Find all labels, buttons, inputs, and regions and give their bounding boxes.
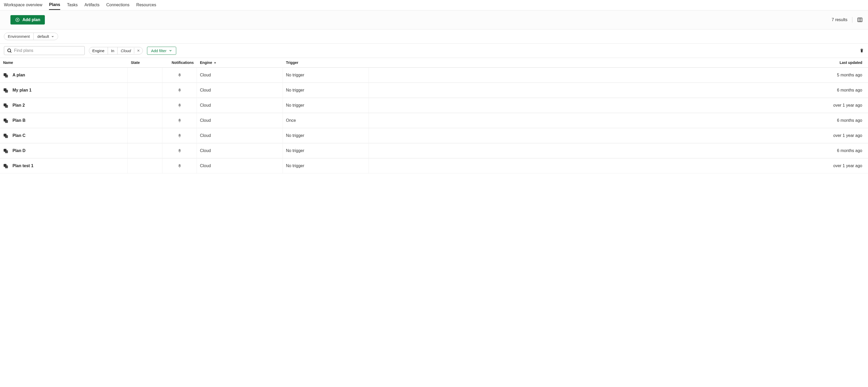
chevron-down-icon: [169, 49, 172, 52]
search-input[interactable]: [14, 48, 82, 53]
svg-marker-12: [214, 62, 216, 63]
cell-name[interactable]: Plan C: [0, 128, 128, 143]
add-filter-button[interactable]: Add filter: [147, 47, 176, 55]
table-body: A planCloudNo trigger5 months agoMy plan…: [0, 67, 868, 173]
col-last-updated[interactable]: Last updated: [372, 60, 865, 65]
table-header: Name State Notifications Engine Trigger …: [0, 58, 868, 67]
divider: [852, 17, 852, 23]
cell-notifications[interactable]: [162, 113, 197, 128]
add-plan-button[interactable]: Add plan: [10, 15, 45, 25]
cell-name[interactable]: A plan: [0, 68, 128, 82]
cell-trigger: No trigger: [283, 158, 369, 173]
filter-chip-field: Engine: [89, 47, 107, 54]
cell-notifications[interactable]: [162, 98, 197, 113]
svg-rect-17: [5, 90, 8, 93]
cell-notifications[interactable]: [162, 83, 197, 97]
svg-rect-26: [5, 135, 8, 138]
cell-state: [128, 158, 162, 173]
svg-point-30: [179, 152, 180, 153]
table-row[interactable]: Plan 2CloudNo triggerover 1 year ago: [0, 98, 868, 113]
top-tabs: Workspace overviewPlansTasksArtifactsCon…: [0, 0, 868, 10]
tab-artifacts[interactable]: Artifacts: [85, 1, 100, 10]
cell-notifications[interactable]: [162, 68, 197, 82]
table-row[interactable]: My plan 1CloudNo trigger6 months ago: [0, 83, 868, 98]
plan-icon: [3, 148, 9, 154]
bell-icon: [177, 163, 182, 168]
cell-name[interactable]: Plan 2: [0, 98, 128, 113]
cell-state: [128, 143, 162, 158]
svg-rect-32: [5, 165, 8, 168]
cell-last-updated: 6 months ago: [369, 113, 868, 128]
col-engine[interactable]: Engine: [200, 60, 286, 65]
plan-name: Plan B: [12, 118, 26, 123]
cell-notifications[interactable]: [162, 158, 197, 173]
svg-rect-29: [5, 150, 8, 153]
search-input-wrap[interactable]: [4, 46, 85, 55]
cell-state: [128, 68, 162, 82]
svg-point-27: [179, 137, 180, 138]
plan-icon: [3, 102, 9, 108]
cell-state: [128, 83, 162, 97]
svg-point-21: [179, 107, 180, 107]
filter-chip-engine[interactable]: Engine In Cloud: [89, 47, 143, 55]
cell-trigger: No trigger: [283, 83, 369, 97]
toolbar: Add plan 7 results: [0, 10, 868, 29]
table-row[interactable]: A planCloudNo trigger5 months ago: [0, 67, 868, 83]
plan-icon: [3, 87, 9, 93]
cell-state: [128, 128, 162, 143]
tab-resources[interactable]: Resources: [136, 1, 156, 10]
table-row[interactable]: Plan test 1CloudNo triggerover 1 year ag…: [0, 158, 868, 173]
tab-connections[interactable]: Connections: [106, 1, 129, 10]
columns-icon: [857, 17, 863, 23]
svg-rect-20: [5, 105, 8, 108]
cell-state: [128, 113, 162, 128]
cell-notifications[interactable]: [162, 128, 197, 143]
cell-name[interactable]: Plan test 1: [0, 158, 128, 173]
tab-workspace-overview[interactable]: Workspace overview: [4, 1, 42, 10]
trash-icon: [859, 48, 864, 53]
cell-name[interactable]: Plan B: [0, 113, 128, 128]
svg-point-18: [179, 91, 180, 92]
svg-rect-14: [5, 75, 8, 78]
sort-asc-icon: [214, 61, 216, 64]
plan-name: Plan C: [12, 133, 26, 138]
cell-last-updated: 6 months ago: [369, 83, 868, 97]
col-notifications[interactable]: Notifications: [165, 60, 200, 65]
table-row[interactable]: Plan CCloudNo triggerover 1 year ago: [0, 128, 868, 143]
svg-rect-23: [5, 120, 8, 123]
filter-chip-op: In: [107, 47, 118, 54]
col-state[interactable]: State: [131, 60, 165, 65]
tab-tasks[interactable]: Tasks: [67, 1, 78, 10]
environment-bar: Environment default: [0, 29, 868, 43]
clear-filters-button[interactable]: [859, 48, 864, 53]
cell-trigger: Once: [283, 113, 369, 128]
col-name[interactable]: Name: [3, 60, 131, 65]
col-engine-label: Engine: [200, 60, 212, 65]
cell-name[interactable]: Plan D: [0, 143, 128, 158]
cell-engine: Cloud: [197, 68, 283, 82]
close-icon: [137, 49, 140, 52]
tab-plans[interactable]: Plans: [49, 0, 60, 10]
plan-name: Plan D: [12, 148, 26, 153]
col-trigger[interactable]: Trigger: [286, 60, 372, 65]
cell-trigger: No trigger: [283, 98, 369, 113]
add-plan-label: Add plan: [23, 18, 40, 22]
cell-last-updated: over 1 year ago: [369, 128, 868, 143]
filter-chip-remove[interactable]: [134, 48, 143, 54]
search-icon: [7, 48, 12, 53]
cell-last-updated: 5 months ago: [369, 68, 868, 82]
bell-icon: [177, 148, 182, 153]
filter-bar: Engine In Cloud Add filter: [0, 43, 868, 58]
table-row[interactable]: Plan DCloudNo trigger6 months ago: [0, 143, 868, 158]
cell-name[interactable]: My plan 1: [0, 83, 128, 97]
bell-icon: [177, 118, 182, 123]
svg-line-7: [10, 52, 11, 53]
table-row[interactable]: Plan BCloudOnce6 months ago: [0, 113, 868, 128]
columns-button[interactable]: [857, 17, 863, 23]
environment-label: Environment: [4, 33, 34, 40]
environment-selector[interactable]: Environment default: [4, 33, 58, 40]
cell-notifications[interactable]: [162, 143, 197, 158]
svg-point-15: [179, 76, 180, 77]
svg-point-6: [7, 49, 11, 52]
bell-icon: [177, 103, 182, 108]
